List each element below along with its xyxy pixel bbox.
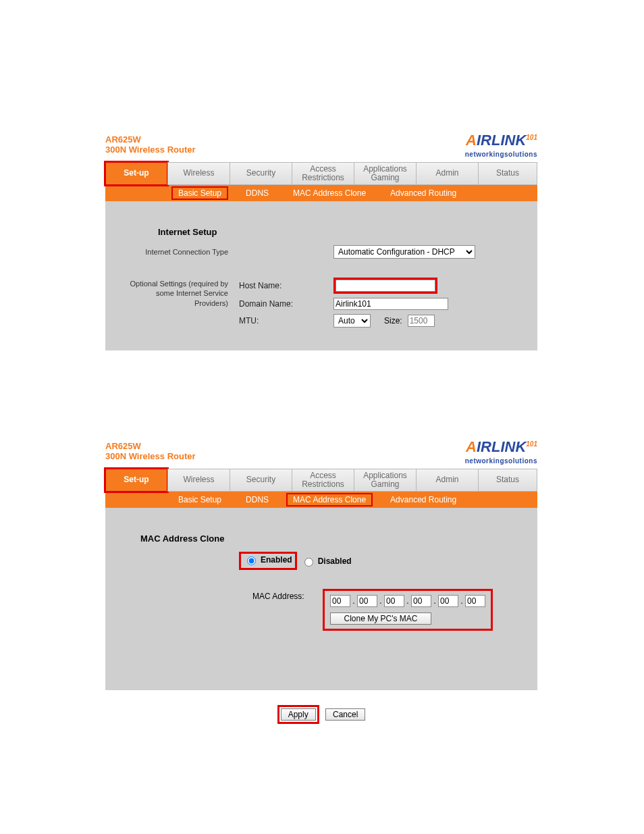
- tab-access-restrictions[interactable]: AccessRestrictions: [292, 469, 354, 492]
- tab-wireless[interactable]: Wireless: [167, 162, 230, 185]
- subtab-mac-clone[interactable]: MAC Address Clone: [286, 186, 373, 200]
- subtab-advanced-routing[interactable]: Advanced Routing: [383, 186, 463, 200]
- subtab-basic-setup[interactable]: Basic Setup: [171, 493, 228, 506]
- domain-name-input[interactable]: [333, 298, 448, 310]
- tab-setup[interactable]: Set-up: [105, 162, 167, 185]
- disabled-label: Disabled: [318, 556, 352, 566]
- mtu-size-input: [408, 315, 435, 327]
- connection-type-select[interactable]: Automatic Configuration - DHCP: [333, 245, 475, 259]
- enabled-radio[interactable]: [247, 556, 256, 565]
- cancel-button[interactable]: Cancel: [325, 708, 365, 721]
- tab-security[interactable]: Security: [230, 162, 292, 185]
- tab-applications-gaming[interactable]: ApplicationsGaming: [354, 469, 416, 492]
- main-tabs: Set-up Wireless Security AccessRestricti…: [105, 469, 537, 492]
- subtab-advanced-routing[interactable]: Advanced Routing: [383, 493, 463, 506]
- subtab-basic-setup[interactable]: Basic Setup: [171, 186, 228, 200]
- mac-octet-2[interactable]: [357, 595, 377, 607]
- mac-octet-3[interactable]: [384, 595, 404, 607]
- content-area: Internet Setup Internet Connection Type …: [105, 201, 537, 350]
- host-name-label: Host Name:: [239, 281, 333, 290]
- mac-octet-6[interactable]: [465, 595, 485, 607]
- action-buttons: Apply Cancel: [105, 705, 537, 724]
- disabled-radio[interactable]: [304, 558, 313, 567]
- section-title: Internet Setup: [158, 227, 522, 237]
- brand-logo: AIRLINK101 networkingsolutions: [465, 438, 537, 465]
- section-title: MAC Address Clone: [140, 533, 522, 544]
- size-label: Size:: [384, 316, 402, 325]
- subtab-mac-clone[interactable]: MAC Address Clone: [286, 493, 373, 506]
- mac-octet-5[interactable]: [438, 595, 458, 607]
- tab-security[interactable]: Security: [230, 469, 292, 492]
- clone-mac-button[interactable]: Clone My PC's MAC: [330, 613, 431, 625]
- header: AR625W 300N Wireless Router AIRLINK101 n…: [105, 438, 537, 469]
- tab-access-restrictions[interactable]: AccessRestrictions: [292, 162, 354, 185]
- header: AR625W 300N Wireless Router AIRLINK101 n…: [105, 132, 537, 162]
- domain-name-label: Domain Name:: [239, 299, 333, 309]
- tab-applications-gaming[interactable]: ApplicationsGaming: [354, 162, 416, 185]
- tab-status[interactable]: Status: [478, 162, 537, 185]
- conn-type-label: Internet Connection Type: [120, 247, 239, 257]
- sub-tabs: Basic Setup DDNS MAC Address Clone Advan…: [105, 185, 537, 201]
- enabled-label: Enabled: [261, 555, 292, 565]
- tab-status[interactable]: Status: [478, 469, 537, 492]
- mac-octet-4[interactable]: [411, 595, 431, 607]
- mac-address-label: MAC Address:: [252, 589, 323, 601]
- tab-setup[interactable]: Set-up: [105, 469, 167, 492]
- content-area: MAC Address Clone Enabled Disabled: [105, 508, 537, 690]
- optional-settings-note: Optional Settings (required by some Inte…: [120, 278, 239, 308]
- panel-mac-clone: AR625W 300N Wireless Router AIRLINK101 n…: [105, 438, 537, 724]
- panel-internet-setup: AR625W 300N Wireless Router AIRLINK101 n…: [105, 132, 537, 350]
- tab-admin[interactable]: Admin: [416, 162, 478, 185]
- host-name-input[interactable]: [336, 280, 435, 292]
- mac-octet-1[interactable]: [330, 595, 350, 607]
- subtab-ddns[interactable]: DDNS: [239, 186, 275, 200]
- main-tabs: Set-up Wireless Security AccessRestricti…: [105, 162, 537, 185]
- tab-admin[interactable]: Admin: [416, 469, 478, 492]
- apply-button[interactable]: Apply: [281, 708, 316, 721]
- subtab-ddns[interactable]: DDNS: [239, 493, 275, 506]
- sub-tabs: Basic Setup DDNS MAC Address Clone Advan…: [105, 492, 537, 508]
- mtu-label: MTU:: [239, 316, 333, 325]
- tab-wireless[interactable]: Wireless: [167, 469, 230, 492]
- brand-logo: AIRLINK101 networkingsolutions: [465, 132, 537, 159]
- mtu-select[interactable]: Auto: [333, 314, 371, 328]
